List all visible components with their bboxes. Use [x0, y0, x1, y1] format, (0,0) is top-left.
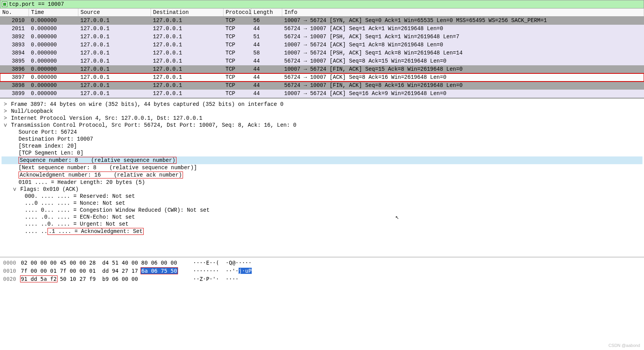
packet-cell: 44 [251, 25, 282, 33]
tree-ip[interactable]: > Internet Protocol Version 4, Src: 127.… [2, 115, 642, 122]
hex-ascii-part: ········ ··'· [193, 268, 239, 274]
tree-ack[interactable]: Acknowledgment number: 16 (relative ack … [2, 171, 642, 179]
packet-cell: 127.0.0.1 [151, 25, 223, 33]
packet-details-pane[interactable]: > Frame 3897: 44 bytes on wire (352 bits… [0, 98, 644, 257]
tree-srcport[interactable]: Source Port: 56724 [2, 129, 642, 136]
packet-row[interactable]: 38980.000000127.0.0.1127.0.0.1TCP4456724… [0, 82, 644, 90]
packet-bytes-pane[interactable]: 000002 00 00 00 45 00 00 28 d4 51 40 00 … [0, 257, 644, 286]
hex-bytes-part: 50 10 27 f9 b9 06 00 00 [57, 276, 138, 282]
tree-seglen[interactable]: [TCP Segment Len: 0] [2, 150, 642, 156]
packet-row[interactable]: 38950.000000127.0.0.1127.0.0.1TCP4456724… [0, 57, 644, 65]
tree-frame-label: Frame 3897: 44 bytes on wire (352 bits),… [11, 101, 283, 107]
packet-row[interactable]: 38930.000000127.0.0.1127.0.0.1TCP4410007… [0, 41, 644, 49]
hex-offset: 0010 [3, 268, 21, 274]
col-header-info[interactable]: Info [282, 8, 644, 17]
col-header-dest[interactable]: Destination [151, 8, 223, 17]
hex-row[interactable]: 00107f 00 00 01 7f 00 00 01 dd 94 27 17 … [3, 268, 641, 276]
tree-flags[interactable]: v Flags: 0x010 (ACK) [2, 186, 642, 193]
hex-ascii: ····E··( ·Q@····· [193, 260, 252, 266]
expand-icon[interactable]: > [3, 108, 8, 114]
tree-tcp-label: Transmission Control Protocol, Src Port:… [11, 122, 296, 128]
tree-flag-ack[interactable]: .... ...1 .... = Acknowledgment: Set [2, 228, 642, 235]
packet-list-pane[interactable]: No. Time Source Destination Protocol Len… [0, 8, 644, 98]
packet-cell: 56724 → 10007 [FIN, ACK] Seq=8 Ack=16 Wi… [282, 82, 644, 90]
col-header-source[interactable]: Source [78, 8, 151, 17]
packet-list-header[interactable]: No. Time Source Destination Protocol Len… [0, 8, 644, 17]
packet-cell: 0.000000 [29, 49, 78, 57]
packet-cell: 0.000000 [29, 33, 78, 41]
packet-cell: 44 [251, 73, 282, 82]
expand-icon[interactable]: > [3, 115, 8, 121]
packet-cell: 58 [251, 49, 282, 57]
hex-selected-ascii: j·uP [239, 268, 252, 274]
packet-cell: 127.0.0.1 [151, 33, 223, 41]
collapse-icon[interactable]: v [3, 122, 8, 128]
tree-flag-cwr[interactable]: .... 0... .... = Congestion Window Reduc… [2, 207, 642, 214]
tree-flag-reserved[interactable]: 000. .... .... = Reserved: Not set [2, 193, 642, 200]
tree-dstport[interactable]: Destination Port: 10007 [2, 136, 642, 143]
packet-cell: 44 [251, 90, 282, 98]
packet-row[interactable]: 20110.000000127.0.0.1127.0.0.1TCP4456724… [0, 25, 644, 33]
packet-cell: 44 [251, 41, 282, 49]
packet-cell: 127.0.0.1 [151, 73, 223, 82]
tree-nextseq[interactable]: [Next sequence number: 8 (relative seque… [2, 164, 642, 171]
packet-cell: 10007 → 56724 [FIN, ACK] Seq=15 Ack=8 Wi… [282, 65, 644, 73]
display-filter-input[interactable] [9, 1, 642, 7]
packet-cell: 10007 → 56724 [PSH, ACK] Seq=1 Ack=8 Win… [282, 49, 644, 57]
packet-row[interactable]: 38970.000000127.0.0.1127.0.0.1TCP4456724… [0, 73, 644, 82]
packet-cell: TCP [223, 82, 251, 90]
packet-row[interactable]: 38920.000000127.0.0.1127.0.0.1TCP5156724… [0, 33, 644, 41]
hex-row[interactable]: 000002 00 00 00 45 00 00 28 d4 51 40 00 … [3, 260, 641, 268]
display-filter-bar[interactable] [0, 0, 644, 8]
packet-cell: 44 [251, 82, 282, 90]
tree-flag-nonce[interactable]: ...0 .... .... = Nonce: Not set [2, 200, 642, 207]
hex-bytes[interactable]: 91 dd 5a f2 50 10 27 f9 b9 06 00 00 [21, 276, 191, 282]
hex-bytes[interactable]: 7f 00 00 01 7f 00 00 01 dd 94 27 17 6a 0… [21, 268, 191, 274]
collapse-icon[interactable]: v [12, 186, 17, 192]
tree-flag-ecn[interactable]: .... .0.. .... = ECN-Echo: Not set [2, 214, 642, 221]
tree-stream[interactable]: [Stream index: 20] [2, 143, 642, 150]
packet-row[interactable]: 20100.000000127.0.0.1127.0.0.1TCP5610007… [0, 17, 644, 25]
tree-hdrlen[interactable]: 0101 .... = Header Length: 20 bytes (5) [2, 179, 642, 186]
packet-cell: 127.0.0.1 [151, 49, 223, 57]
packet-list-table[interactable]: No. Time Source Destination Protocol Len… [0, 8, 644, 98]
packet-cell: 127.0.0.1 [78, 49, 151, 57]
hex-bytes[interactable]: 02 00 00 00 45 00 00 28 d4 51 40 00 80 0… [21, 260, 191, 266]
packet-cell: 44 [251, 57, 282, 65]
packet-cell: TCP [223, 57, 251, 65]
packet-cell: 127.0.0.1 [151, 41, 223, 49]
packet-cell: 127.0.0.1 [78, 33, 151, 41]
packet-row[interactable]: 38990.000000127.0.0.1127.0.0.1TCP4410007… [0, 90, 644, 98]
hex-row[interactable]: 002091 dd 5a f2 50 10 27 f9 b9 06 00 00·… [3, 276, 641, 284]
col-header-length[interactable]: Length [251, 8, 282, 17]
packet-cell: 10007 → 56724 [ACK] Seq=1 Ack=8 Win=2619… [282, 41, 644, 49]
packet-cell: 3895 [0, 57, 29, 65]
col-header-proto[interactable]: Protocol [223, 8, 251, 17]
packet-cell: TCP [223, 33, 251, 41]
packet-cell: 127.0.0.1 [78, 17, 151, 25]
packet-cell: 56724 → 10007 [ACK] Seq=1 Ack=1 Win=2619… [282, 25, 644, 33]
packet-cell: TCP [223, 65, 251, 73]
bookmark-icon[interactable] [2, 2, 7, 7]
packet-cell: 3893 [0, 41, 29, 49]
col-header-no[interactable]: No. [0, 8, 29, 17]
tree-seq[interactable]: Sequence number: 8 (relative sequence nu… [2, 156, 642, 164]
flag-ack-bits-pre: .... .. [25, 228, 47, 234]
packet-row[interactable]: 38940.000000127.0.0.1127.0.0.1TCP5810007… [0, 49, 644, 57]
packet-cell: 0.000000 [29, 25, 78, 33]
packet-cell: 3894 [0, 49, 29, 57]
col-header-time[interactable]: Time [29, 8, 78, 17]
packet-cell: 3897 [0, 73, 29, 82]
watermark: CSDN @aabond [608, 343, 640, 348]
tree-frame[interactable]: > Frame 3897: 44 bytes on wire (352 bits… [2, 101, 642, 108]
tree-ip-label: Internet Protocol Version 4, Src: 127.0.… [11, 115, 202, 121]
tree-null[interactable]: > Null/Loopback [2, 108, 642, 115]
packet-cell: 0.000000 [29, 57, 78, 65]
packet-cell: TCP [223, 41, 251, 49]
hex-selected-bytes: 6a 06 75 50 [141, 267, 178, 274]
expand-icon[interactable]: > [3, 101, 8, 107]
packet-row[interactable]: 38960.000000127.0.0.1127.0.0.1TCP4410007… [0, 65, 644, 73]
hex-offset: 0020 [3, 276, 21, 282]
tree-tcp[interactable]: v Transmission Control Protocol, Src Por… [2, 122, 642, 129]
tree-flag-urgent[interactable]: .... ..0. .... = Urgent: Not set [2, 221, 642, 228]
